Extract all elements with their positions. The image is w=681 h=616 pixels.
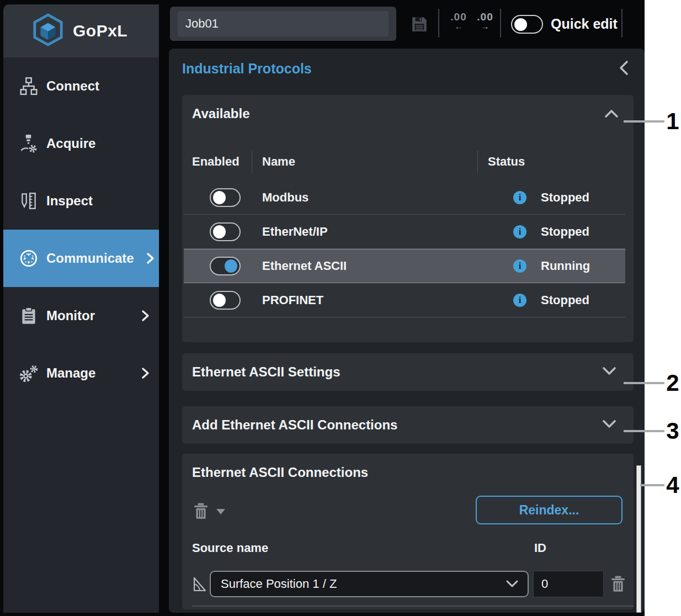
delete-options-caret-icon[interactable] [216, 509, 225, 514]
column-source-name: Source name [192, 541, 268, 555]
column-divider [477, 151, 478, 173]
industrial-protocols-panel: Industrial Protocols Available Enabled N… [169, 49, 645, 613]
status-badge: Stopped [541, 293, 589, 307]
callout-bracket-scrollbar [636, 465, 641, 613]
available-title: Available [192, 106, 250, 121]
info-icon[interactable]: i [513, 225, 526, 238]
table-row-profinet: PROFINET i Stopped [184, 283, 625, 317]
info-icon[interactable]: i [513, 259, 526, 273]
protocol-name: PROFINET [262, 293, 455, 307]
column-enabled: Enabled [192, 155, 252, 169]
sensor-icon [17, 134, 41, 153]
section-title: Add Ethernet ASCII Connections [192, 417, 397, 433]
screenshot-stage: GoPxL Connect Acquire [0, 0, 681, 616]
callout-4: 4 [664, 472, 681, 498]
chevron-up-icon[interactable] [604, 108, 619, 121]
ethernet-ascii-settings-section[interactable]: Ethernet ASCII Settings [182, 353, 634, 391]
column-id: ID [534, 541, 546, 555]
connections-title: Ethernet ASCII Connections [192, 465, 368, 480]
available-protocols-card: Available Enabled Name Status Modbus i S… [182, 95, 634, 342]
brand-name: GoPxL [73, 22, 127, 40]
toggle-knob [213, 294, 226, 307]
callout-line-1 [624, 120, 664, 123]
source-name-dropdown[interactable]: Surface Position 1 / Z [210, 571, 529, 597]
toggle-knob [213, 191, 226, 204]
probe-ruler-icon [17, 191, 41, 211]
toolbar-separator [500, 9, 501, 38]
section-title: Ethernet ASCII Settings [192, 364, 340, 380]
quick-edit-toggle[interactable] [511, 15, 543, 34]
undo-icon[interactable]: .00 ← [447, 11, 470, 30]
callout-line-4 [640, 484, 664, 486]
toggle-knob [225, 259, 237, 273]
measurement-icon [191, 575, 206, 595]
protocol-name: Ethernet ASCII [262, 259, 455, 273]
info-icon[interactable]: i [513, 191, 526, 204]
status-badge: Running [541, 259, 590, 273]
delete-row-icon[interactable] [610, 575, 626, 595]
connector-icon [17, 248, 41, 269]
gopxl-logo-icon [31, 13, 65, 49]
connection-row: Surface Position 1 / Z [182, 571, 634, 598]
protocol-table-rows: Modbus i Stopped EtherNet/IP i Stopped E… [184, 180, 625, 317]
delete-connection-icon[interactable] [193, 502, 209, 522]
protocol-name: EtherNet/IP [262, 225, 455, 239]
network-icon [17, 76, 41, 96]
sidebar-item-label: Connect [46, 78, 99, 94]
dropdown-selected-value: Surface Position 1 / Z [221, 577, 506, 591]
reindex-button[interactable]: Reindex... [476, 496, 623, 524]
table-row-modbus: Modbus i Stopped [184, 180, 625, 215]
redo-icon[interactable]: .00 → [473, 11, 497, 30]
add-ethernet-ascii-connections-section[interactable]: Add Ethernet ASCII Connections [182, 406, 634, 444]
toolbar-separator [621, 9, 623, 38]
enable-toggle[interactable] [210, 291, 241, 310]
callout-line-3 [624, 430, 664, 432]
callout-2: 2 [664, 370, 681, 396]
job-name-input[interactable] [178, 11, 389, 36]
sidebar-item-label: Manage [46, 365, 95, 381]
status-badge: Stopped [541, 190, 589, 205]
toggle-knob [514, 18, 527, 31]
sidebar-item-label: Acquire [46, 136, 95, 151]
sidebar-item-acquire[interactable]: Acquire [3, 115, 159, 172]
enable-toggle[interactable] [210, 222, 241, 241]
sidebar-item-communicate[interactable]: Communicate [3, 230, 159, 287]
sidebar-item-connect[interactable]: Connect [3, 57, 159, 115]
save-job-icon[interactable] [409, 14, 429, 36]
row-divider [192, 606, 634, 607]
callout-3: 3 [664, 418, 681, 444]
protocol-name: Modbus [262, 190, 455, 205]
toggle-knob [213, 225, 226, 238]
toolbar-separator [438, 9, 439, 38]
connection-id-input[interactable] [533, 571, 604, 597]
chevron-right-icon [145, 252, 155, 265]
chevron-down-icon[interactable] [602, 418, 617, 432]
sidebar-item-label: Inspect [46, 193, 93, 209]
column-divider [252, 151, 252, 173]
chevron-down-icon [506, 580, 519, 588]
status-badge: Stopped [541, 225, 589, 239]
table-row-ethernet-ascii[interactable]: Ethernet ASCII i Running [184, 249, 625, 283]
chevron-left-icon[interactable] [617, 60, 631, 78]
sidebar-item-inspect[interactable]: Inspect [3, 172, 159, 230]
callout-1: 1 [664, 109, 681, 134]
callout-line-2 [624, 382, 664, 384]
sidebar-item-label: Communicate [46, 251, 134, 266]
quick-edit-label: Quick edit [551, 16, 618, 32]
info-icon[interactable]: i [513, 294, 526, 307]
clipboard-icon [17, 306, 41, 326]
table-row-ethernetip: EtherNet/IP i Stopped [184, 215, 625, 249]
ethernet-ascii-connections-card: Ethernet ASCII Connections Reindex... So… [182, 454, 634, 609]
column-name: Name [262, 155, 477, 169]
sidebar-nav: Connect Acquire Inspect [3, 57, 159, 613]
chevron-down-icon[interactable] [602, 365, 617, 379]
panel-title: Industrial Protocols [182, 61, 312, 77]
enable-toggle[interactable] [210, 257, 241, 275]
sidebar-logo-header: GoPxL [3, 4, 159, 57]
enable-toggle[interactable] [210, 188, 241, 207]
chevron-right-icon [140, 309, 150, 322]
chevron-right-icon [140, 367, 150, 380]
sidebar-item-label: Monitor [46, 308, 95, 323]
sidebar-item-manage[interactable]: Manage [3, 344, 159, 402]
sidebar-item-monitor[interactable]: Monitor [3, 287, 159, 344]
